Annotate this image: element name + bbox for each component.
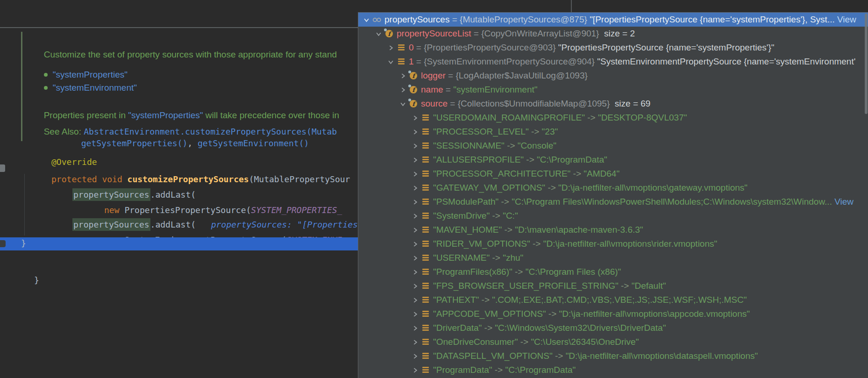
scrollbar-thumb[interactable] bbox=[865, 14, 868, 114]
chevron-down-icon[interactable] bbox=[375, 30, 382, 37]
chevron-right-icon[interactable] bbox=[412, 171, 418, 177]
value-segment: "Console" bbox=[518, 141, 556, 151]
code-line-addlast-1[interactable]: propertySources.addLast( bbox=[42, 178, 196, 189]
see-also-ref-get-system-environment[interactable]: getSystemEnvironment() bbox=[198, 138, 309, 148]
value-segment: -> bbox=[479, 295, 492, 305]
tree-row[interactable]: "PROCESSOR_LEVEL" -> "23" bbox=[358, 125, 868, 139]
value-segment: -> bbox=[619, 281, 632, 291]
array-item-icon bbox=[421, 184, 430, 192]
array-item-icon bbox=[421, 156, 430, 164]
tree-row[interactable]: "SESSIONNAME" -> "Console" bbox=[358, 139, 868, 153]
tree-row[interactable]: "DATASPELL_VM_OPTIONS" -> "D:\ja-netfilt… bbox=[358, 349, 868, 363]
value-segment: -> bbox=[530, 239, 543, 249]
chevron-right-icon[interactable] bbox=[412, 114, 418, 121]
value-segment: ".COM;.EXE;.BAT;.CMD;.VBS;.VBE;.JS;.JSE;… bbox=[492, 295, 747, 305]
tree-row[interactable]: "USERDOMAIN_ROAMINGPROFILE" -> "DESKTOP-… bbox=[358, 111, 868, 125]
value-segment: -> bbox=[505, 141, 518, 151]
chevron-right-icon[interactable] bbox=[412, 339, 418, 345]
doc-paragraph-line: Properties present in "systemProperties"… bbox=[29, 99, 339, 110]
value-segment: "systemEnvironment" bbox=[453, 85, 537, 95]
tree-row[interactable]: "USERNAME" -> "zhu" bbox=[358, 251, 868, 265]
watch-icon bbox=[372, 15, 382, 24]
chevron-right-icon[interactable] bbox=[412, 353, 418, 359]
value-segment: propertySourceList bbox=[397, 29, 471, 39]
code-line-addlast-2[interactable]: propertySources.addLast( propertySources… bbox=[42, 208, 358, 219]
chevron-right-icon[interactable] bbox=[412, 367, 418, 373]
tree-row[interactable]: fsource = {Collections$UnmodifiableMap@1… bbox=[358, 97, 868, 111]
chevron-right-icon[interactable] bbox=[412, 283, 418, 289]
tree-row[interactable]: "PATHEXT" -> ".COM;.EXE;.BAT;.CMD;.VBS;.… bbox=[358, 293, 868, 307]
tree-row[interactable]: fname = "systemEnvironment" bbox=[358, 83, 868, 97]
code-line-annotation[interactable]: @Override bbox=[21, 145, 97, 157]
chevron-right-icon[interactable] bbox=[412, 241, 418, 247]
chevron-right-icon[interactable] bbox=[412, 157, 418, 163]
value-segment: = bbox=[443, 85, 454, 95]
chevron-right-icon[interactable] bbox=[412, 143, 418, 149]
tree-row[interactable]: "PROCESSOR_ARCHITECTURE" -> "AMD64" bbox=[358, 167, 868, 181]
chevron-right-icon[interactable] bbox=[412, 227, 418, 233]
tree-row[interactable]: "ProgramFiles(x86)" -> "C:\Program Files… bbox=[358, 265, 868, 279]
tree-row[interactable]: "GATEWAY_VM_OPTIONS" -> "D:\ja-netfilter… bbox=[358, 181, 868, 195]
selected-code-line[interactable]: } bbox=[0, 237, 358, 250]
value-segment: "SystemEnvironmentPropertySource {name='… bbox=[597, 57, 855, 67]
array-item-icon bbox=[421, 142, 430, 150]
value-segment: 1 bbox=[409, 57, 414, 67]
tree-row[interactable]: "ALLUSERSPROFILE" -> "C:\ProgramData" bbox=[358, 153, 868, 167]
tree-row[interactable]: 0 = {PropertiesPropertySource@903} "Prop… bbox=[358, 41, 868, 55]
array-item-icon bbox=[421, 310, 430, 318]
doc-bullet-system-environment: "systemEnvironment" bbox=[29, 71, 137, 82]
tree-row[interactable]: flogger = {LogAdapter$JavaUtilLog@1093} bbox=[358, 69, 868, 83]
value-segment: "C:\ProgramData" bbox=[505, 365, 576, 375]
tree-row[interactable]: "FPS_BROWSER_USER_PROFILE_STRING" -> "De… bbox=[358, 279, 868, 293]
tree-row[interactable]: "SystemDrive" -> "C:" bbox=[358, 209, 868, 223]
tree-row[interactable]: "ProgramData" -> "C:\ProgramData" bbox=[358, 363, 868, 377]
chevron-down-icon[interactable] bbox=[363, 16, 370, 23]
chevron-right-icon[interactable] bbox=[399, 86, 406, 93]
doc-bullet-system-properties: "systemProperties" bbox=[29, 58, 128, 69]
chevron-right-icon[interactable] bbox=[412, 185, 418, 191]
chevron-right-icon[interactable] bbox=[412, 128, 418, 135]
see-also-ref-get-system-properties[interactable]: getSystemProperties() bbox=[81, 138, 188, 148]
value-segment: "AMD64" bbox=[583, 169, 619, 179]
view-link[interactable]: View bbox=[837, 14, 856, 25]
variables-tree: propertySources = {MutablePropertySource… bbox=[358, 13, 868, 378]
tree-row[interactable]: "MAVEN_HOME" -> "D:\maven\apache-maven-3… bbox=[358, 223, 868, 237]
value-segment: "PATHEXT" bbox=[433, 295, 479, 305]
doc-link-system-environment[interactable]: "systemEnvironment" bbox=[53, 83, 137, 93]
value-segment: "DESKTOP-8QVL037" bbox=[598, 113, 687, 123]
value-segment: -> bbox=[492, 365, 505, 375]
chevron-right-icon[interactable] bbox=[412, 199, 418, 205]
value-segment: {PropertiesPropertySource@903} bbox=[424, 43, 558, 53]
code-line-new-system-environment-source[interactable]: new SystemEnvironmentPropertySource(SYST… bbox=[74, 223, 342, 235]
value-segment: "OneDriveConsumer" bbox=[433, 337, 518, 347]
value-segment: "D:\ja-netfilter-all\vmoptions\rider.vmo… bbox=[543, 239, 718, 249]
tree-row[interactable]: 1 = {SystemEnvironmentPropertySource@904… bbox=[358, 55, 868, 69]
chevron-down-icon[interactable] bbox=[387, 58, 394, 65]
overridden-method-gutter-icon[interactable] bbox=[0, 164, 5, 172]
view-link[interactable]: View bbox=[834, 197, 854, 207]
popup-scrollbar[interactable] bbox=[864, 13, 868, 378]
code-line-outer-brace[interactable]: } bbox=[4, 264, 39, 275]
chevron-right-icon[interactable] bbox=[412, 213, 418, 219]
chevron-right-icon[interactable] bbox=[412, 311, 418, 317]
chevron-right-icon[interactable] bbox=[412, 255, 418, 261]
tree-row[interactable]: "RIDER_VM_OPTIONS" -> "D:\ja-netfilter-a… bbox=[358, 237, 868, 251]
chevron-down-icon[interactable] bbox=[399, 100, 406, 107]
chevron-right-icon[interactable] bbox=[399, 72, 406, 79]
code-line-new-properties-source[interactable]: new PropertiesPropertySource(SYSTEM_PROP… bbox=[74, 193, 342, 205]
value-segment: "GATEWAY_VM_OPTIONS" bbox=[433, 183, 545, 193]
chevron-right-icon[interactable] bbox=[412, 269, 418, 275]
chevron-right-icon[interactable] bbox=[412, 297, 418, 303]
tree-row[interactable]: "OneDriveConsumer" -> "C:\Users\26345\On… bbox=[358, 335, 868, 349]
value-segment: = bbox=[471, 29, 481, 39]
chevron-right-icon[interactable] bbox=[387, 44, 394, 51]
value-segment: = bbox=[446, 71, 456, 81]
tree-row[interactable]: "APPCODE_VM_OPTIONS" -> "D:\ja-netfilter… bbox=[358, 307, 868, 321]
tree-row[interactable]: "PSModulePath" -> "C:\Program Files\Wind… bbox=[358, 195, 868, 209]
value-segment: "C:" bbox=[503, 211, 518, 221]
tree-row[interactable]: "DriverData" -> "C:\Windows\System32\Dri… bbox=[358, 321, 868, 335]
code-line-method-signature[interactable]: protected void customizePropertySources(… bbox=[21, 163, 350, 174]
tree-row[interactable]: fpropertySourceList = {CopyOnWriteArrayL… bbox=[358, 27, 868, 41]
chevron-right-icon[interactable] bbox=[412, 325, 418, 331]
tree-row[interactable]: propertySources = {MutablePropertySource… bbox=[358, 13, 868, 27]
